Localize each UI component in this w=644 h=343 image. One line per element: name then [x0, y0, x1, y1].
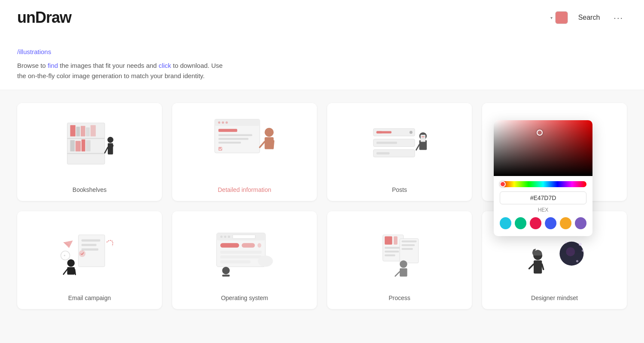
- svg-point-19: [222, 121, 224, 124]
- color-picker-popup: HEX: [494, 120, 592, 236]
- hue-thumb: [500, 181, 506, 187]
- illustration-posts: [361, 112, 438, 172]
- hex-input[interactable]: [500, 191, 586, 204]
- svg-rect-9: [75, 141, 80, 152]
- svg-line-110: [542, 264, 544, 269]
- card-label-email-campaign: Email campaign: [17, 288, 162, 309]
- svg-point-102: [566, 247, 575, 256]
- card-email-campaign[interactable]: Email campaign: [17, 211, 162, 309]
- hero-description: Browse to find the images that fit your …: [17, 61, 232, 81]
- svg-rect-37: [376, 142, 397, 144]
- color-swatches: [494, 217, 592, 229]
- svg-point-76: [224, 236, 226, 238]
- color-gradient[interactable]: [494, 120, 592, 176]
- header-actions: ▾ Search ···: [550, 11, 627, 24]
- svg-point-103: [579, 243, 582, 246]
- svg-rect-5: [81, 126, 85, 137]
- svg-rect-1: [67, 138, 105, 139]
- svg-rect-97: [401, 248, 413, 250]
- svg-point-77: [228, 236, 230, 238]
- svg-rect-23: [218, 138, 248, 140]
- svg-rect-86: [222, 275, 230, 276]
- svg-point-18: [218, 121, 220, 124]
- svg-rect-17: [215, 119, 260, 126]
- svg-point-87: [258, 255, 273, 267]
- illustration-detailed-info: [206, 112, 283, 172]
- svg-line-30: [260, 142, 264, 147]
- svg-point-85: [222, 267, 230, 274]
- svg-point-105: [576, 260, 578, 262]
- search-button[interactable]: Search: [575, 12, 604, 23]
- svg-line-109: [529, 264, 534, 269]
- swatch-orange[interactable]: [560, 217, 571, 229]
- svg-rect-10: [81, 140, 85, 152]
- card-operating-system[interactable]: Operating system: [172, 211, 317, 309]
- svg-point-75: [220, 236, 222, 238]
- hero-link[interactable]: /illustrations: [17, 48, 627, 55]
- svg-rect-8: [70, 140, 75, 152]
- svg-line-14: [105, 147, 108, 153]
- header: unDraw ▾ Search ···: [0, 0, 644, 35]
- swatch-cyan[interactable]: [500, 217, 511, 229]
- swatch-blue[interactable]: [545, 217, 556, 229]
- svg-rect-3: [70, 125, 75, 137]
- svg-rect-61: [81, 249, 98, 251]
- card-label-process: Process: [327, 288, 472, 309]
- svg-point-28: [264, 128, 273, 137]
- swatch-red[interactable]: [530, 217, 541, 229]
- svg-point-12: [107, 137, 113, 143]
- svg-rect-92: [385, 251, 399, 252]
- svg-rect-43: [421, 137, 424, 137]
- card-detailed-information[interactable]: Detailed information: [172, 103, 317, 201]
- find-link[interactable]: find: [48, 62, 58, 69]
- svg-rect-95: [401, 240, 416, 242]
- svg-line-45: [416, 145, 419, 150]
- card-label-posts: Posts: [327, 180, 472, 201]
- svg-point-106: [565, 241, 567, 243]
- svg-rect-22: [218, 134, 252, 136]
- svg-rect-25: [218, 147, 222, 151]
- card-posts[interactable]: Posts: [327, 103, 472, 201]
- dropdown-arrow-icon: ▾: [550, 15, 553, 20]
- svg-rect-79: [220, 243, 239, 248]
- card-label-designer-mindset: Designer mindset: [482, 288, 627, 309]
- card-bookshelves[interactable]: Bookshelves: [17, 103, 162, 201]
- svg-rect-89: [385, 237, 392, 245]
- svg-rect-11: [86, 140, 91, 152]
- card-label-bookshelves: Bookshelves: [17, 180, 162, 201]
- color-swatch[interactable]: [555, 11, 568, 24]
- swatch-green[interactable]: [515, 217, 526, 229]
- svg-line-70: [75, 270, 76, 275]
- svg-point-20: [225, 121, 228, 124]
- card-process[interactable]: Process: [327, 211, 472, 309]
- svg-line-69: [63, 270, 67, 274]
- svg-point-35: [409, 131, 412, 134]
- color-picker-trigger[interactable]: ▾: [550, 11, 568, 24]
- hue-slider[interactable]: [500, 181, 586, 187]
- svg-rect-4: [76, 127, 80, 137]
- svg-rect-78: [233, 235, 255, 239]
- card-image-posts: [327, 103, 472, 180]
- gradient-cursor: [537, 130, 543, 136]
- logo: unDraw: [17, 9, 550, 27]
- svg-line-31: [273, 141, 273, 149]
- svg-rect-24: [218, 142, 241, 143]
- svg-rect-108: [534, 261, 542, 274]
- svg-point-72: [64, 255, 65, 256]
- click-link[interactable]: click: [158, 62, 171, 69]
- svg-rect-34: [376, 131, 382, 134]
- svg-point-104: [582, 249, 584, 252]
- svg-rect-99: [400, 268, 407, 276]
- svg-rect-84: [220, 261, 250, 264]
- svg-rect-81: [257, 243, 261, 248]
- card-image-bookshelves: [17, 103, 162, 180]
- svg-rect-7: [90, 125, 95, 137]
- swatch-purple[interactable]: [575, 217, 586, 229]
- card-label-operating-system: Operating system: [172, 288, 317, 309]
- illustration-process: [361, 220, 438, 280]
- more-button[interactable]: ···: [610, 11, 627, 24]
- svg-rect-83: [220, 255, 261, 258]
- hero-section: /illustrations Browse to find the images…: [0, 35, 644, 90]
- svg-rect-39: [376, 152, 389, 155]
- svg-rect-6: [86, 127, 90, 137]
